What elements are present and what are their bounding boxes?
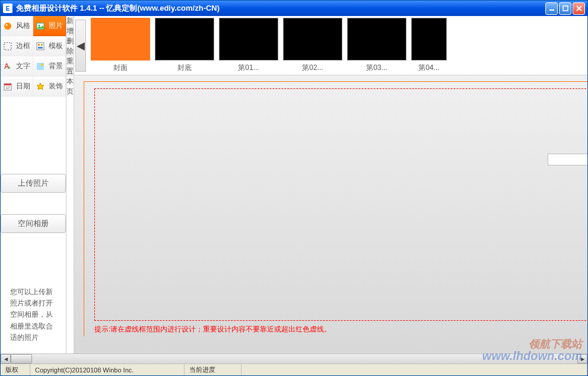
tool-decoration-label: 装饰: [49, 81, 63, 91]
thumb-label: 封面: [113, 63, 128, 73]
tool-text[interactable]: Aa 文字: [1, 56, 33, 77]
upload-help-text: 您可以上传新照片或者打开空间相册，从相册里选取合适的照片: [1, 286, 66, 343]
svg-rect-7: [37, 43, 44, 50]
tool-photo-label: 照片: [49, 21, 63, 31]
safe-zone: [94, 88, 587, 321]
thumb-page-01[interactable]: 第01...: [219, 18, 278, 73]
svg-text:a: a: [8, 65, 11, 70]
scroll-track[interactable]: [32, 354, 577, 364]
tool-border-label: 边框: [16, 41, 30, 51]
app-window: E 免费相册设计软件 1.4.1 -- 忆典定制(www.ediy.com/zh…: [0, 0, 588, 376]
upload-area: 上传照片 空间相册 您可以上传新照片或者打开空间相册，从相册里选取合适的照片: [1, 97, 66, 353]
status-copyright-text: Copyright(C)20120108 Winbo Inc.: [30, 364, 185, 375]
canvas-area[interactable]: 提示:请在虚线框范围内进行设计；重要设计内容不要靠近或超出红色虚线。: [74, 75, 587, 353]
tool-background[interactable]: 背景: [33, 56, 66, 77]
tool-background-label: 背景: [49, 61, 63, 71]
thumbs-container: 封面 封底 第01... 第02...: [86, 16, 587, 75]
svg-rect-0: [549, 9, 554, 11]
statusbar: 版权 Copyright(C)20120108 Winbo Inc. 当前进度: [1, 364, 587, 375]
delete-page-button[interactable]: 删除本页: [66, 36, 74, 56]
text-icon: Aa: [3, 62, 12, 71]
tool-template[interactable]: 模板: [33, 36, 66, 56]
tool-photo[interactable]: 照片: [33, 16, 66, 36]
thumbnail-row: ◀ 封面 封底 第01...: [74, 16, 587, 75]
scroll-left-button[interactable]: ◀: [1, 354, 11, 364]
horizontal-scrollbar[interactable]: ◀ ▶: [1, 353, 587, 364]
thumb-image: [411, 18, 447, 60]
tool-template-label: 模板: [49, 41, 63, 51]
thumb-prev-button[interactable]: ◀: [75, 20, 86, 72]
thumb-page-04[interactable]: 第04...: [411, 18, 447, 73]
mid-panel: 新增一页 删除本页 重置本页: [66, 16, 74, 353]
thumb-label: 第02...: [302, 63, 323, 73]
tool-border[interactable]: 边框: [1, 36, 33, 56]
floating-toolbar[interactable]: [548, 154, 587, 165]
svg-rect-8: [38, 44, 40, 46]
photo-icon: [36, 21, 45, 31]
close-button[interactable]: [573, 2, 585, 15]
thumb-back[interactable]: 封底: [155, 18, 214, 73]
tool-style-label: 风格: [16, 21, 30, 31]
thumb-image: [347, 18, 406, 60]
thumb-image: [283, 18, 342, 60]
maximize-button[interactable]: [559, 2, 571, 15]
background-icon: [36, 62, 45, 71]
svg-rect-6: [4, 43, 11, 50]
content-area: ◀ 封面 封底 第01...: [74, 16, 587, 353]
svg-point-14: [41, 63, 43, 66]
thumb-label: 第01...: [238, 63, 259, 73]
thumb-label: 封底: [177, 63, 192, 73]
scroll-right-button[interactable]: ▶: [577, 354, 587, 364]
scroll-thumb[interactable]: [11, 354, 32, 364]
thumb-label: 第04...: [418, 63, 439, 73]
upload-photo-button[interactable]: 上传照片: [1, 174, 66, 193]
minimize-button[interactable]: [545, 2, 558, 15]
star-icon: [36, 82, 45, 91]
tool-date[interactable]: 17 日期: [1, 77, 33, 97]
thumb-cover[interactable]: 封面: [91, 18, 150, 73]
space-album-button[interactable]: 空间相册: [1, 214, 66, 233]
app-icon: E: [3, 4, 12, 13]
svg-point-2: [4, 23, 11, 30]
tool-style[interactable]: 风格: [1, 16, 33, 36]
thumb-image: [219, 18, 278, 60]
thumb-page-02[interactable]: 第02...: [283, 18, 342, 73]
titlebar-text: 免费相册设计软件 1.4.1 -- 忆典定制(www.ediy.com/zh-C…: [16, 3, 545, 14]
border-icon: [3, 42, 12, 51]
tool-text-label: 文字: [16, 61, 30, 71]
thumb-image: [91, 18, 150, 60]
palette-icon: [3, 21, 12, 31]
svg-rect-9: [41, 44, 43, 46]
titlebar: E 免费相册设计软件 1.4.1 -- 忆典定制(www.ediy.com/zh…: [1, 1, 587, 16]
canvas-inner: 提示:请在虚线框范围内进行设计；重要设计内容不要靠近或超出红色虚线。: [74, 75, 587, 353]
svg-text:17: 17: [6, 86, 10, 90]
status-copyright-label: 版权: [1, 364, 30, 375]
template-icon: [36, 42, 45, 51]
status-progress-value: [241, 364, 587, 375]
status-progress-label: 当前进度: [185, 364, 241, 375]
calendar-icon: 17: [3, 82, 12, 91]
thumb-label: 第03...: [366, 63, 387, 73]
outer-frame-left: [84, 81, 84, 336]
svg-rect-16: [4, 84, 11, 85]
thumb-image: [155, 18, 214, 60]
main-area: 风格 照片 边框 模板: [1, 16, 587, 353]
reset-page-button[interactable]: 重置本页: [66, 56, 74, 77]
svg-point-3: [6, 24, 8, 26]
tool-grid: 风格 照片 边框 模板: [1, 16, 66, 97]
left-panel: 风格 照片 边框 模板: [1, 16, 66, 353]
svg-rect-1: [563, 6, 568, 11]
add-page-button[interactable]: 新增一页: [66, 16, 74, 36]
thumb-page-03[interactable]: 第03...: [347, 18, 406, 73]
svg-rect-10: [38, 47, 43, 49]
tool-date-label: 日期: [16, 81, 30, 91]
tool-decoration[interactable]: 装饰: [33, 77, 66, 97]
canvas-hint: 提示:请在虚线框范围内进行设计；重要设计内容不要靠近或超出红色虚线。: [94, 324, 331, 334]
